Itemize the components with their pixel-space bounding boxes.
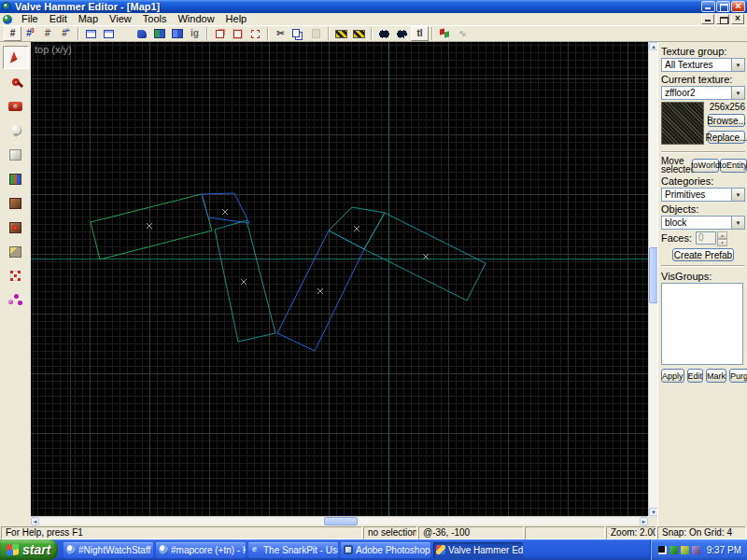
- cordon-toggle-icon[interactable]: [350, 26, 368, 41]
- viewport-top-2d[interactable]: top (x/y): [31, 42, 648, 516]
- create-prefab-button[interactable]: Create Prefab: [672, 248, 734, 261]
- menu-edit[interactable]: Edit: [44, 13, 73, 25]
- brush-outline[interactable]: [91, 194, 212, 259]
- to-entity-button[interactable]: toEntity: [720, 159, 747, 173]
- clip-tool[interactable]: [3, 240, 29, 263]
- tray-icon-4[interactable]: [692, 546, 700, 554]
- close-button[interactable]: [731, 1, 745, 12]
- tray-icon-1[interactable]: [658, 546, 667, 554]
- toggle-3d-grid-icon[interactable]: #3: [21, 26, 39, 41]
- select-touching-icon[interactable]: [375, 26, 393, 41]
- apply-button[interactable]: Apply: [661, 369, 684, 383]
- hide-unselected-icon[interactable]: [229, 26, 247, 41]
- smaller-grid-icon[interactable]: #-: [39, 26, 57, 41]
- objects-dropdown[interactable]: block: [661, 216, 745, 230]
- minimize-button[interactable]: [701, 1, 715, 12]
- apply-texture-tool[interactable]: [3, 191, 29, 215]
- hide-selected-icon[interactable]: [211, 26, 229, 41]
- brush-origin-marker: [222, 209, 228, 215]
- block-tool[interactable]: [3, 143, 29, 166]
- categories-dropdown[interactable]: Primitives: [661, 188, 745, 202]
- mdi-minimize-button[interactable]: [701, 14, 714, 24]
- path-tool[interactable]: [3, 288, 29, 312]
- purge-button[interactable]: Purge: [729, 369, 747, 383]
- faces-stepper[interactable]: [717, 231, 727, 245]
- mdi-close-button[interactable]: [731, 14, 744, 24]
- show-hidden-icon[interactable]: [247, 26, 264, 41]
- menu-help[interactable]: Help: [220, 13, 253, 25]
- mark-button[interactable]: Mark: [706, 369, 726, 383]
- ignore-groups-icon[interactable]: ig: [186, 26, 204, 41]
- brush-outline[interactable]: [364, 213, 486, 301]
- restore-button[interactable]: [716, 1, 730, 12]
- menu-view[interactable]: View: [104, 13, 137, 25]
- start-button[interactable]: start: [0, 539, 58, 560]
- vertical-scrollbar[interactable]: [648, 42, 657, 516]
- mdi-restore-button[interactable]: [716, 14, 729, 24]
- texture-application-tool[interactable]: [3, 167, 29, 190]
- chevron-down-icon[interactable]: [731, 217, 744, 229]
- scroll-right-arrow[interactable]: [640, 517, 648, 525]
- scroll-left-arrow[interactable]: [31, 517, 39, 525]
- group-icon: [154, 29, 165, 38]
- browse-button[interactable]: Browse...: [708, 114, 745, 127]
- decal-tool[interactable]: [3, 216, 29, 239]
- visgroups-list[interactable]: [661, 283, 743, 365]
- task-hammer[interactable]: Valve Hammer Editor ...: [433, 542, 523, 558]
- faces-input[interactable]: 0: [696, 231, 716, 245]
- copy-icon[interactable]: [289, 26, 307, 41]
- horizontal-scrollbar[interactable]: [31, 516, 648, 525]
- cordon-edit-icon[interactable]: [332, 26, 350, 41]
- task-photoshop[interactable]: Adobe Photoshop: [341, 542, 430, 558]
- texture-lock-icon[interactable]: tl: [411, 26, 429, 41]
- current-texture-dropdown[interactable]: zffloor2: [661, 86, 745, 100]
- texture-group-dropdown[interactable]: All Textures: [661, 58, 745, 72]
- ungroup-icon[interactable]: [168, 26, 186, 41]
- window-controls: [701, 1, 745, 12]
- task-buttons: #NightWatchStaff (+...#mapcore (+tn) - K…: [63, 542, 523, 558]
- group-icon[interactable]: [150, 26, 168, 41]
- menu-map[interactable]: Map: [73, 13, 104, 25]
- run-map-icon[interactable]: [436, 26, 454, 41]
- task-snarkpit[interactable]: The SnarkPit - User C...: [248, 542, 338, 558]
- carve-icon[interactable]: [133, 26, 150, 41]
- replace-button[interactable]: Replace...: [708, 131, 745, 144]
- stepper-down-icon[interactable]: [717, 239, 727, 246]
- to-world-button[interactable]: toWorld: [692, 159, 719, 173]
- copy-icon: [292, 29, 300, 37]
- irc-icon: [66, 545, 76, 554]
- toolbar-separator: [206, 27, 208, 40]
- load-window-state-icon[interactable]: [82, 26, 100, 41]
- status-segment-3: @-36, -100: [418, 526, 524, 539]
- task-label: Adobe Photoshop: [356, 545, 430, 555]
- cut-icon[interactable]: ✂: [272, 26, 289, 41]
- task-nightwatchstaff[interactable]: #NightWatchStaff (+...: [63, 542, 153, 558]
- chevron-down-icon[interactable]: [731, 189, 744, 201]
- taskbar-clock: 9:37 PM: [707, 545, 741, 555]
- tray-icon-2[interactable]: [669, 546, 678, 554]
- magnify-tool[interactable]: [3, 70, 29, 93]
- carve-icon: [137, 30, 147, 38]
- larger-grid-icon[interactable]: #+: [57, 26, 75, 41]
- save-window-state-icon[interactable]: [100, 26, 118, 41]
- stepper-up-icon[interactable]: [717, 231, 727, 239]
- entity-tool[interactable]: [3, 119, 29, 142]
- task-mapcore[interactable]: #mapcore (+tn) - Ka...: [156, 542, 246, 558]
- selection-tool[interactable]: [3, 46, 29, 69]
- misc-tool-icon[interactable]: ∿: [454, 26, 472, 41]
- panel-separator: [661, 151, 745, 153]
- select-touching-icon: [379, 30, 389, 38]
- toggle-grid-icon[interactable]: #: [4, 26, 21, 41]
- menu-file[interactable]: File: [16, 13, 44, 25]
- chevron-down-icon[interactable]: [731, 87, 744, 99]
- edit-button[interactable]: Edit: [687, 369, 704, 383]
- menu-window[interactable]: Window: [172, 13, 219, 25]
- chevron-down-icon[interactable]: [731, 59, 744, 71]
- tray-icon-3[interactable]: [681, 546, 689, 554]
- menu-tools[interactable]: Tools: [137, 13, 173, 25]
- vertex-tool[interactable]: [3, 264, 29, 287]
- horizontal-scroll-thumb[interactable]: [324, 517, 358, 525]
- select-containing-icon[interactable]: [393, 26, 411, 41]
- texture-preview[interactable]: [661, 102, 704, 145]
- camera-tool[interactable]: [3, 94, 29, 118]
